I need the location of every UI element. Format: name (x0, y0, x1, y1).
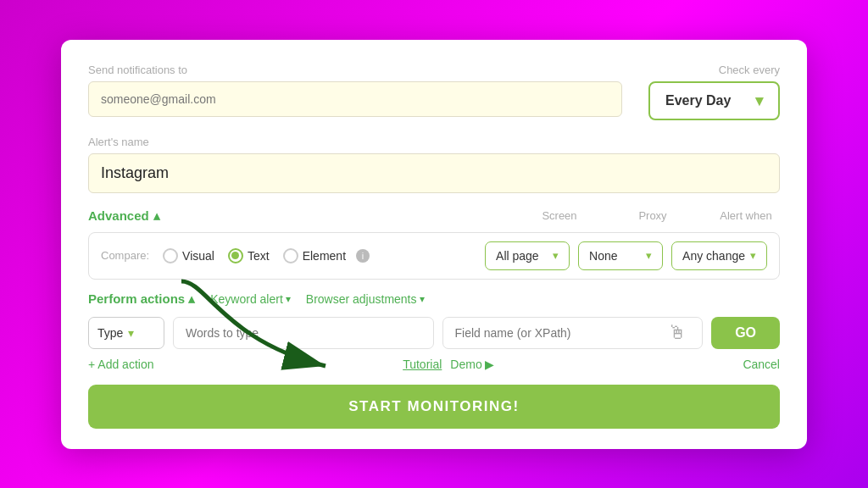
proxy-label: Proxy (619, 209, 687, 222)
actions-bar: Perform actions ▴ Keyword alert ▾ Browse… (88, 291, 780, 307)
radio-text[interactable]: Text (228, 248, 270, 263)
check-every-value: Every Day (665, 93, 731, 108)
alert-name-label: Alert's name (88, 136, 780, 148)
type-chevron-icon: ▾ (128, 326, 134, 340)
type-select[interactable]: Type ▾ (88, 317, 164, 349)
advanced-toggle[interactable]: Advanced ▴ (88, 208, 160, 224)
email-input[interactable] (88, 81, 622, 117)
cursor-icon: 🖱 (668, 322, 687, 344)
alert-name-section: Alert's name (88, 136, 780, 193)
radio-text-label: Text (248, 249, 270, 263)
proxy-select-value: None (589, 249, 617, 263)
perform-actions-label: Perform actions (88, 291, 185, 306)
radio-element-label: Element (303, 249, 346, 263)
radio-element-circle (283, 248, 298, 263)
send-notifications-label: Send notifications to (88, 64, 622, 76)
start-monitoring-button[interactable]: START MONITORING! (88, 385, 780, 429)
browser-chevron-icon: ▾ (420, 293, 425, 305)
selects-group: All page ▾ None ▾ Any change ▾ (485, 241, 767, 270)
alert-when-chevron-icon: ▾ (750, 249, 756, 262)
chevron-up-icon: ▴ (153, 208, 160, 224)
alert-name-input[interactable] (88, 153, 780, 193)
keyword-alert-label: Keyword alert (210, 292, 283, 306)
check-every-dropdown[interactable]: Every Day ▾ (648, 81, 780, 120)
demo-link[interactable]: Demo ▶ (450, 358, 493, 371)
perform-actions-toggle[interactable]: Perform actions ▴ (88, 291, 195, 307)
start-monitoring-section: START MONITORING! (88, 385, 780, 429)
alert-when-value: Any change (682, 249, 745, 263)
add-action-link[interactable]: + Add action (88, 358, 153, 371)
actions-input-row: Type ▾ 🖱 GO (88, 317, 780, 349)
chevron-up-icon-2: ▴ (188, 291, 195, 307)
browser-adjustments-pill[interactable]: Browser adjustments ▾ (306, 292, 425, 306)
element-info-icon: i (356, 249, 370, 263)
footer-links: + Add action Tutorial Demo ▶ Cancel (88, 358, 780, 371)
screen-select-value: All page (496, 249, 539, 263)
alert-when-label: Alert when (712, 209, 780, 222)
type-select-label: Type (97, 326, 123, 340)
radio-text-circle (228, 248, 243, 263)
keyword-alert-pill[interactable]: Keyword alert ▾ (210, 292, 291, 306)
keyword-chevron-icon: ▾ (286, 293, 291, 305)
email-section: Send notifications to (88, 64, 622, 117)
proxy-select[interactable]: None ▾ (578, 241, 663, 270)
advanced-labels: Screen Proxy Alert when (526, 209, 780, 222)
check-every-section: Check every Every Day ▾ (636, 64, 780, 120)
screen-chevron-icon: ▾ (553, 249, 559, 262)
tutorial-link[interactable]: Tutorial (403, 358, 442, 371)
screen-select[interactable]: All page ▾ (485, 241, 570, 270)
field-name-input[interactable] (442, 317, 704, 349)
advanced-label: Advanced (88, 208, 149, 223)
alert-when-select[interactable]: Any change ▾ (671, 241, 767, 270)
check-every-label: Check every (719, 64, 780, 76)
radio-visual-label: Visual (182, 249, 214, 263)
browser-adjustments-label: Browser adjustments (306, 292, 417, 306)
main-modal: Send notifications to Check every Every … (61, 40, 807, 449)
demo-label: Demo (450, 358, 481, 371)
proxy-chevron-icon: ▾ (646, 249, 652, 262)
footer-center-links: Tutorial Demo ▶ (403, 358, 494, 371)
cancel-link[interactable]: Cancel (743, 358, 780, 371)
radio-element[interactable]: Element (283, 248, 346, 263)
go-button[interactable]: GO (711, 317, 780, 349)
chevron-down-icon: ▾ (755, 92, 763, 110)
radio-visual[interactable]: Visual (163, 248, 214, 263)
play-icon: ▶ (485, 358, 494, 371)
screen-label: Screen (526, 209, 593, 222)
words-input[interactable] (173, 317, 434, 349)
compare-row: Compare: Visual Text Element i All page … (88, 232, 780, 280)
radio-visual-circle (163, 248, 178, 263)
compare-radio-group: Visual Text Element i (163, 248, 475, 263)
compare-label: Compare: (101, 249, 149, 262)
advanced-bar: Advanced ▴ Screen Proxy Alert when (88, 208, 780, 224)
